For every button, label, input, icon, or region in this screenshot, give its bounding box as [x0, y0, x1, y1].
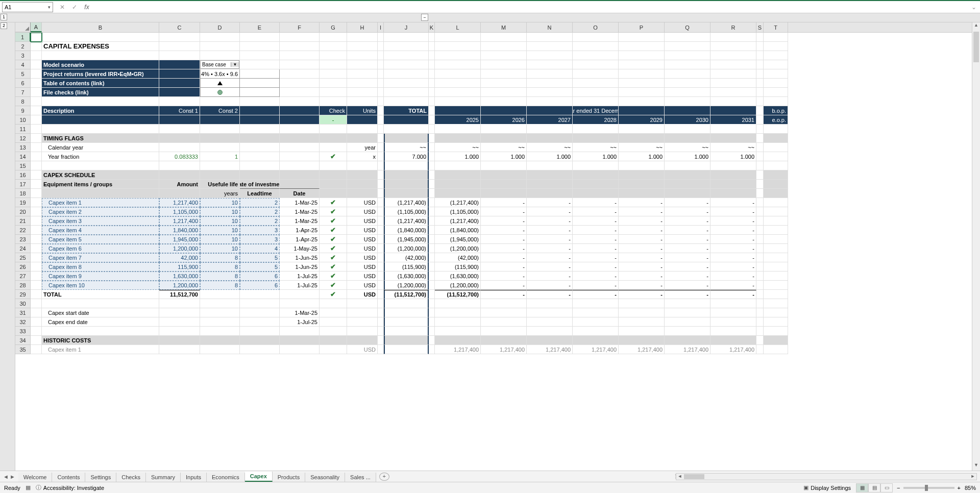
- col-header[interactable]: I: [378, 22, 384, 32]
- capex-leadtime[interactable]: 5: [240, 262, 280, 272]
- capex-item-name[interactable]: Capex item 8: [42, 262, 159, 272]
- row-header[interactable]: 28: [15, 281, 31, 290]
- check-icon[interactable]: ✔: [320, 262, 347, 272]
- check-icon[interactable]: ✔: [320, 207, 347, 216]
- historic-unit[interactable]: USD: [347, 345, 378, 354]
- capex-dash[interactable]: -: [710, 235, 756, 244]
- capex-dash[interactable]: -: [665, 226, 710, 235]
- tab-inputs[interactable]: Inputs: [181, 473, 207, 482]
- hdr-const2[interactable]: Const 2: [200, 106, 240, 115]
- hdr-units[interactable]: Units: [347, 106, 378, 115]
- col-header[interactable]: F: [280, 22, 320, 32]
- scroll-up-icon[interactable]: ▲: [972, 22, 980, 31]
- capex-life[interactable]: 10: [200, 216, 240, 226]
- expand-formula-icon[interactable]: ⌄: [970, 4, 978, 11]
- yf-val[interactable]: 1.000: [619, 152, 665, 161]
- hdr-const1[interactable]: Const 1: [159, 106, 200, 115]
- name-box[interactable]: A1 ▾: [2, 2, 53, 12]
- capex-dash[interactable]: -: [573, 262, 619, 272]
- row-header[interactable]: 18: [15, 189, 31, 198]
- capex-dash[interactable]: -: [710, 198, 756, 207]
- col-header[interactable]: G: [320, 22, 347, 32]
- hdr-date[interactable]: Date: [280, 189, 320, 198]
- hdr-total[interactable]: TOTAL: [384, 106, 429, 115]
- capex-2025[interactable]: (1,217,400): [435, 216, 481, 226]
- capex-unit[interactable]: USD: [347, 244, 378, 253]
- page-title[interactable]: CAPITAL EXPENSES: [42, 42, 159, 51]
- cal-wave[interactable]: ~~: [481, 143, 527, 152]
- normal-view-button[interactable]: ▦: [856, 483, 868, 492]
- capex-end-label[interactable]: Capex end date: [42, 317, 159, 327]
- capex-dash[interactable]: -: [527, 198, 573, 207]
- cal-units[interactable]: year: [347, 143, 378, 152]
- col-header[interactable]: O: [573, 22, 619, 32]
- capex-total[interactable]: (1,217,400): [384, 216, 429, 226]
- row-header[interactable]: 29: [15, 290, 31, 299]
- capex-total[interactable]: (1,200,000): [384, 281, 429, 290]
- capex-2025[interactable]: (1,945,000): [435, 235, 481, 244]
- capex-dash[interactable]: -: [573, 216, 619, 226]
- capex-amount[interactable]: 1,105,000: [159, 207, 200, 216]
- tab-summary[interactable]: Summary: [146, 473, 181, 482]
- capex-total-dash[interactable]: -: [710, 290, 756, 299]
- row-header[interactable]: 8: [15, 97, 31, 106]
- capex-total[interactable]: (1,630,000): [384, 272, 429, 281]
- historic-val[interactable]: 1,217,400: [573, 345, 619, 354]
- page-layout-view-button[interactable]: ▤: [868, 483, 880, 492]
- capex-item-name[interactable]: Capex item 3: [42, 216, 159, 226]
- capex-dash[interactable]: -: [573, 207, 619, 216]
- hdr-bop[interactable]: b.o.p.: [764, 106, 788, 115]
- capex-total[interactable]: (1,840,000): [384, 226, 429, 235]
- row-header[interactable]: 34: [15, 336, 31, 345]
- row-header[interactable]: 19: [15, 198, 31, 207]
- tab-sales-[interactable]: Sales ...: [345, 473, 376, 482]
- yf-total[interactable]: 7.000: [384, 152, 429, 161]
- yf-const2[interactable]: 1: [200, 152, 240, 161]
- capex-leadtime[interactable]: 2: [240, 198, 280, 207]
- capex-dash[interactable]: -: [481, 207, 527, 216]
- capex-dash[interactable]: -: [665, 216, 710, 226]
- fx-icon[interactable]: fx: [81, 4, 93, 11]
- hdr-year[interactable]: 2030: [665, 115, 710, 125]
- capex-item-name[interactable]: Capex item 7: [42, 253, 159, 262]
- new-sheet-button[interactable]: +: [379, 473, 389, 481]
- capex-2025[interactable]: (1,200,000): [435, 281, 481, 290]
- display-settings[interactable]: Display Settings: [811, 485, 851, 491]
- capex-dash[interactable]: -: [573, 235, 619, 244]
- capex-item-name[interactable]: Capex item 5: [42, 235, 159, 244]
- capex-dash[interactable]: -: [665, 235, 710, 244]
- check-icon[interactable]: ✔: [320, 198, 347, 207]
- check-icon[interactable]: ✔: [320, 235, 347, 244]
- capex-dash[interactable]: -: [481, 244, 527, 253]
- hdr-year[interactable]: 2029: [619, 115, 665, 125]
- row-header[interactable]: 7: [15, 88, 31, 97]
- capex-date[interactable]: 1-May-25: [280, 244, 320, 253]
- capex-dash[interactable]: -: [665, 272, 710, 281]
- yf-const1[interactable]: 0.083333: [159, 152, 200, 161]
- capex-unit[interactable]: USD: [347, 198, 378, 207]
- capex-amount[interactable]: 1,217,400: [159, 216, 200, 226]
- row-header[interactable]: 30: [15, 299, 31, 308]
- row-header[interactable]: 26: [15, 262, 31, 272]
- check-icon[interactable]: ✔: [320, 281, 347, 290]
- capex-dash[interactable]: -: [573, 281, 619, 290]
- row-header[interactable]: 5: [15, 69, 31, 79]
- hdr-year[interactable]: 2028: [573, 115, 619, 125]
- col-header[interactable]: M: [481, 22, 527, 32]
- col-header[interactable]: J: [384, 22, 429, 32]
- check-icon[interactable]: ✔: [320, 244, 347, 253]
- hdr-year[interactable]: 2026: [481, 115, 527, 125]
- capex-dash[interactable]: -: [710, 262, 756, 272]
- capex-dash[interactable]: -: [481, 235, 527, 244]
- cal-wave[interactable]: ~~: [665, 143, 710, 152]
- hdr-year-ended[interactable]: Year ended 31 December: [573, 106, 619, 115]
- capex-item-name[interactable]: Capex item 6: [42, 244, 159, 253]
- capex-total-dash[interactable]: -: [665, 290, 710, 299]
- capex-dash[interactable]: -: [619, 226, 665, 235]
- dropdown-icon[interactable]: ▾: [48, 5, 51, 10]
- capex-dash[interactable]: -: [665, 207, 710, 216]
- capex-life[interactable]: 10: [200, 235, 240, 244]
- capex-date[interactable]: 1-Jun-25: [280, 253, 320, 262]
- capex-start-label[interactable]: Capex start date: [42, 308, 159, 317]
- row-header[interactable]: 21: [15, 216, 31, 226]
